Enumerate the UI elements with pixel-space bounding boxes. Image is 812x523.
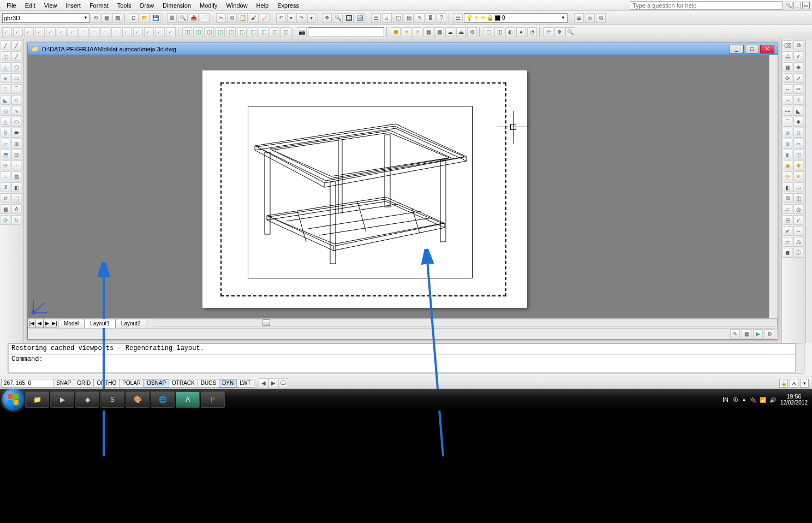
union-icon[interactable]: ⊕	[783, 128, 792, 138]
convtosolid-icon[interactable]: ◫	[793, 193, 803, 203]
fillet-icon[interactable]: ⌒	[783, 117, 792, 127]
redo-dropdown[interactable]: ▾	[307, 13, 315, 23]
circle-icon[interactable]: ○	[11, 95, 21, 105]
spline-icon[interactable]: ∿	[11, 106, 21, 116]
layer-tools-icon[interactable]: ⧉	[596, 13, 606, 23]
copy-button[interactable]: ⧉	[227, 13, 237, 23]
tab-layout2[interactable]: Layout2	[115, 319, 147, 328]
ucs-3pt-icon[interactable]: ⌐	[79, 27, 88, 37]
network-icon[interactable]: 📶	[760, 397, 766, 403]
ucs-z-icon[interactable]: ⌐	[68, 27, 77, 37]
toggle-dyn[interactable]: DYN	[219, 379, 237, 388]
zoom-realtime-button[interactable]: 🔍	[333, 13, 343, 23]
redo-button[interactable]: ↷	[296, 13, 306, 23]
matchprop-button[interactable]: 🖌	[249, 13, 259, 23]
view-nw-icon[interactable]: ◫	[280, 27, 290, 37]
cylinder-icon[interactable]: ⬯	[1, 84, 10, 94]
toggle-lwt[interactable]: LWT	[236, 379, 254, 388]
thicken-icon[interactable]: ▮	[783, 150, 792, 159]
toggle-snap[interactable]: SNAP	[53, 379, 74, 388]
rect-icon[interactable]: ▭	[11, 73, 21, 83]
undo-dropdown[interactable]: ▾	[287, 13, 295, 23]
arc-icon[interactable]: ⌒	[11, 84, 21, 94]
ucs-view-icon[interactable]: ⌐	[46, 27, 56, 37]
extend-icon[interactable]: →	[783, 95, 792, 105]
array-icon[interactable]: ▦	[783, 62, 792, 72]
ucs-y-icon[interactable]: ⌐	[100, 27, 110, 37]
menu-view[interactable]: View	[40, 1, 62, 10]
show-hidden-icons[interactable]: ▲	[742, 397, 747, 402]
tab-next-button[interactable]: ▶	[43, 319, 51, 328]
undo-button[interactable]: ↶	[276, 13, 286, 23]
view-sw-icon[interactable]: ◫	[248, 27, 258, 37]
explode-icon[interactable]: ✸	[793, 117, 803, 127]
zoom-prev-button[interactable]: 🔙	[355, 13, 365, 23]
menu-file[interactable]: File	[2, 1, 21, 10]
view-bottom-icon[interactable]: ◫	[237, 27, 247, 37]
sphere-icon[interactable]: ●	[1, 73, 10, 83]
pline-icon[interactable]: ╱	[11, 51, 21, 61]
command-prompt[interactable]: Command:	[8, 354, 804, 365]
status-nav-prev[interactable]: ◀	[259, 378, 268, 388]
markup-button[interactable]: ✎	[415, 13, 425, 23]
taskbar-powerpoint[interactable]: P	[201, 391, 225, 408]
ucs-save-icon[interactable]: ⌐	[144, 27, 154, 37]
ellipse-arc-icon[interactable]: ⬬	[11, 128, 21, 138]
3dzoom-icon[interactable]: 🔍	[565, 27, 575, 37]
annotation-icon[interactable]: A	[790, 379, 798, 388]
interfere-icon[interactable]: ⧉	[783, 193, 792, 203]
section-icon[interactable]: ◧	[783, 182, 792, 192]
help-button[interactable]: ?	[437, 13, 446, 23]
publish-button[interactable]: 📤	[189, 13, 199, 23]
view-right-icon[interactable]: ◫	[215, 27, 225, 37]
save-button[interactable]: 💾	[151, 13, 160, 23]
torus-icon[interactable]: ◎	[1, 106, 10, 116]
render-icon[interactable]: ⬢	[391, 27, 401, 37]
mapping-icon[interactable]: ▦	[434, 27, 444, 37]
status-monitor-icon[interactable]: 🖵	[278, 378, 288, 388]
view-left-icon[interactable]: ◫	[204, 27, 214, 37]
layer-manager-button[interactable]: ☱	[453, 13, 463, 23]
join-icon[interactable]: ⊶	[783, 106, 792, 116]
intersect-icon[interactable]: ⊗	[783, 139, 792, 148]
command-window[interactable]: Restoring cached viewports - Regeneratin…	[8, 343, 804, 373]
language-indicator[interactable]: IN	[723, 396, 729, 403]
cone-icon[interactable]: △	[1, 62, 10, 72]
convtosurface-icon[interactable]: ▱	[783, 204, 792, 214]
menu-help[interactable]: Help	[252, 1, 273, 10]
clock[interactable]: 19:56 12/02/2012	[780, 393, 808, 406]
ucs-face-icon[interactable]: ⌐	[24, 27, 34, 37]
3dpan-icon[interactable]: ✥	[554, 27, 564, 37]
ucs-list-icon[interactable]: ⌐	[166, 27, 176, 37]
3dalign-icon[interactable]: ≡	[793, 171, 803, 181]
menu-express[interactable]: Express	[273, 1, 303, 10]
adv-render-icon[interactable]: ⚙	[467, 27, 477, 37]
view-top-icon[interactable]: ◫	[182, 27, 192, 37]
ucs-origin-icon[interactable]: ⌐	[57, 27, 67, 37]
minimize-icon[interactable]: _	[793, 2, 801, 9]
layer-prev-button[interactable]: ⟲	[91, 13, 100, 23]
sun-icon[interactable]: ☀	[413, 27, 422, 37]
start-button[interactable]	[2, 389, 24, 411]
hidden-icon[interactable]: ◐	[505, 27, 515, 37]
view-ne-icon[interactable]: ◫	[270, 27, 279, 37]
drawing-area[interactable]	[28, 55, 778, 318]
taskbar-mediaplayer[interactable]: ▶	[50, 391, 74, 408]
dyn-icon1[interactable]: ✎	[730, 329, 740, 339]
break-icon[interactable]: ⦀	[793, 95, 803, 105]
sweep-icon[interactable]: ≈	[1, 171, 10, 181]
action-center-icon[interactable]: 🛈	[733, 397, 738, 403]
properties-button[interactable]: ☰	[371, 13, 381, 23]
paste-button[interactable]: 📋	[238, 13, 248, 23]
pyramid-icon[interactable]: △	[1, 117, 10, 127]
mirror-icon[interactable]: ⧋	[783, 51, 792, 61]
search-icon[interactable]: 🔍	[785, 2, 792, 9]
chamfer-icon[interactable]: ◣	[793, 106, 803, 116]
fog-icon[interactable]: ☁	[445, 27, 455, 37]
ucs-prev-icon[interactable]: ⌐	[13, 27, 23, 37]
id-icon[interactable]: ⓘ	[793, 248, 803, 258]
menu-draw[interactable]: Draw	[135, 1, 158, 10]
material-icon[interactable]: ▦	[423, 27, 433, 37]
quickcalc-button[interactable]: 🖩	[426, 13, 435, 23]
xline-icon[interactable]: ╱	[11, 40, 21, 50]
